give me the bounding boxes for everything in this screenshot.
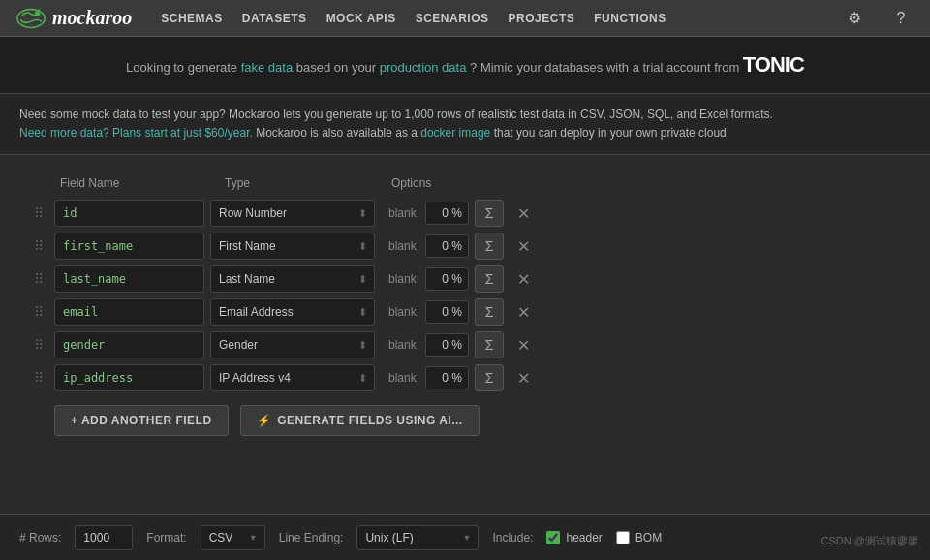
nav-datasets[interactable]: DATASETS xyxy=(242,12,307,25)
header-checkbox-wrap: header xyxy=(546,531,602,544)
type-select[interactable]: Last Name Row Number First Name Last Nam… xyxy=(210,265,375,293)
delete-button[interactable]: ✕ xyxy=(510,364,537,391)
delete-button[interactable]: ✕ xyxy=(510,233,537,260)
banner-text-before: Looking to generate xyxy=(126,60,241,75)
col-header-type: Type xyxy=(217,176,391,190)
settings-icon[interactable]: ⚙ xyxy=(841,5,868,32)
col-header-name: Field Name xyxy=(52,176,217,190)
header-checkbox[interactable] xyxy=(546,531,560,544)
table-row: ⠿ First Name Row Number First Name Last … xyxy=(29,233,901,260)
field-name-input[interactable] xyxy=(54,233,204,260)
banner-fake-data-link[interactable]: fake data xyxy=(241,60,294,75)
blank-label: blank: xyxy=(388,206,419,220)
rows-input[interactable] xyxy=(75,525,133,550)
brand-name: mockaroo xyxy=(52,7,132,29)
help-icon[interactable]: ? xyxy=(887,5,914,32)
nav-schemas[interactable]: SCHEMAS xyxy=(161,12,223,25)
format-select[interactable]: CSV JSON SQL Excel xyxy=(201,525,265,550)
include-label: Include: xyxy=(492,531,533,544)
add-field-button[interactable]: + ADD ANOTHER FIELD xyxy=(54,405,229,436)
blank-pct-input[interactable] xyxy=(425,267,469,291)
delete-button[interactable]: ✕ xyxy=(510,265,537,293)
sigma-button[interactable]: Σ xyxy=(475,331,504,358)
sigma-button[interactable]: Σ xyxy=(475,364,504,391)
line-ending-select[interactable]: Unix (LF) Windows (CRLF) xyxy=(356,525,479,550)
field-name-input[interactable] xyxy=(54,265,204,293)
blank-pct-input[interactable] xyxy=(425,202,469,225)
type-select-wrapper: First Name Row Number First Name Last Na… xyxy=(210,233,375,260)
line-ending-label: Line Ending: xyxy=(279,531,344,544)
bom-checkbox-wrap: BOM xyxy=(616,531,662,544)
field-name-input[interactable] xyxy=(54,331,204,358)
table-row: ⠿ Row Number Row Number First Name Last … xyxy=(29,200,901,227)
header-label[interactable]: header xyxy=(566,531,602,544)
table-row: ⠿ Last Name Row Number First Name Last N… xyxy=(29,265,901,293)
type-select-wrapper: Last Name Row Number First Name Last Nam… xyxy=(210,265,375,293)
table-row: ⠿ Gender Row Number First Name Last Name… xyxy=(29,331,901,358)
info-bar: Need some mock data to test your app? Mo… xyxy=(0,94,930,155)
type-select-wrapper: Row Number Row Number First Name Last Na… xyxy=(210,200,375,227)
blank-pct-input[interactable] xyxy=(425,300,469,324)
drag-handle[interactable]: ⠿ xyxy=(29,205,48,221)
drag-handle[interactable]: ⠿ xyxy=(29,304,48,320)
type-select-wrapper: Email Address Row Number First Name Last… xyxy=(210,298,375,326)
blank-pct-input[interactable] xyxy=(425,366,469,389)
field-name-input[interactable] xyxy=(54,364,204,391)
rows-label: # Rows: xyxy=(19,531,61,544)
ai-icon: ⚡ xyxy=(257,414,272,427)
format-label: Format: xyxy=(146,531,186,544)
blank-pct-input[interactable] xyxy=(425,234,469,258)
type-select-wrapper: IP Address v4 Row Number First Name Last… xyxy=(210,364,375,391)
drag-handle[interactable]: ⠿ xyxy=(29,271,48,287)
delete-button[interactable]: ✕ xyxy=(510,298,537,326)
navbar: mockaroo SCHEMAS DATASETS MOCK APIS SCEN… xyxy=(0,0,930,37)
drag-handle[interactable]: ⠿ xyxy=(29,370,48,386)
drag-handle[interactable]: ⠿ xyxy=(29,238,48,254)
info-line1: Need some mock data to test your app? Mo… xyxy=(19,106,911,124)
nav-mock-apis[interactable]: MOCK APIS xyxy=(326,12,396,25)
field-name-input[interactable] xyxy=(54,298,204,326)
plans-link[interactable]: Need more data? Plans start at just $60/… xyxy=(19,126,253,140)
nav-functions[interactable]: FUNCTIONS xyxy=(594,12,666,25)
delete-button[interactable]: ✕ xyxy=(510,200,537,227)
banner-text-after: ? Mimic your databases with a trial acco… xyxy=(470,60,743,75)
tonic-logo: TONIC xyxy=(743,52,804,77)
blank-label: blank: xyxy=(388,239,419,253)
field-rows: ⠿ Row Number Row Number First Name Last … xyxy=(29,200,901,391)
blank-label: blank: xyxy=(388,305,419,319)
banner-production-data-link[interactable]: production data xyxy=(380,60,467,75)
docker-link[interactable]: docker image xyxy=(420,126,490,140)
line-ending-select-wrap: Unix (LF) Windows (CRLF) xyxy=(356,525,479,550)
blank-label: blank: xyxy=(388,371,419,385)
col-header-options: Options xyxy=(391,176,901,190)
action-row: + ADD ANOTHER FIELD ⚡ GENERATE FIELDS US… xyxy=(54,405,901,436)
sigma-button[interactable]: Σ xyxy=(475,298,504,326)
generate-ai-label: GENERATE FIELDS USING AI... xyxy=(277,414,463,427)
type-select[interactable]: Gender Row Number First Name Last Name E… xyxy=(210,331,375,358)
main-content: Field Name Type Options ⠿ Row Number Row… xyxy=(0,155,930,451)
sigma-button[interactable]: Σ xyxy=(475,265,504,293)
type-select[interactable]: Email Address Row Number First Name Last… xyxy=(210,298,375,326)
bottom-bar: # Rows: Format: CSV JSON SQL Excel Line … xyxy=(0,514,930,560)
blank-pct-input[interactable] xyxy=(425,333,469,357)
bom-label[interactable]: BOM xyxy=(636,531,662,544)
drag-handle[interactable]: ⠿ xyxy=(29,337,48,353)
delete-button[interactable]: ✕ xyxy=(510,331,537,358)
banner-text-mid: based on your xyxy=(296,60,380,75)
nav-scenarios[interactable]: SCENARIOS xyxy=(416,12,489,25)
blank-label: blank: xyxy=(388,338,419,352)
table-row: ⠿ IP Address v4 Row Number First Name La… xyxy=(29,364,901,391)
tonic-banner: Looking to generate fake data based on y… xyxy=(0,37,930,94)
sigma-button[interactable]: Σ xyxy=(475,200,504,227)
type-select[interactable]: First Name Row Number First Name Last Na… xyxy=(210,233,375,260)
field-name-input[interactable] xyxy=(54,200,204,227)
format-select-wrap: CSV JSON SQL Excel xyxy=(201,525,265,550)
sigma-button[interactable]: Σ xyxy=(475,233,504,260)
generate-ai-button[interactable]: ⚡ GENERATE FIELDS USING AI... xyxy=(240,405,480,436)
bom-checkbox[interactable] xyxy=(616,531,630,544)
type-select[interactable]: Row Number Row Number First Name Last Na… xyxy=(210,200,375,227)
svg-point-0 xyxy=(17,9,45,27)
nav-projects[interactable]: PROJECTS xyxy=(509,12,575,25)
logo[interactable]: mockaroo xyxy=(16,7,132,29)
type-select[interactable]: IP Address v4 Row Number First Name Last… xyxy=(210,364,375,391)
